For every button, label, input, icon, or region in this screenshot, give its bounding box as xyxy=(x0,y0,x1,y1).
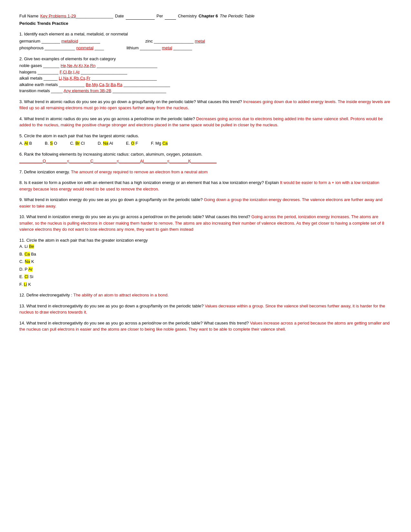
course-label: Chemistry xyxy=(178,13,197,19)
q3-question: 3. What trend in atomic radius do you se… xyxy=(19,99,242,104)
question-6: 6. Rank the following elements by increa… xyxy=(19,151,392,164)
q2-text: 2. Give two examples of elements for eac… xyxy=(19,56,392,62)
q1-lithium-line: lithium _________ metal ________ xyxy=(126,45,192,51)
q8-question: 8. Is it easier to form a positive ion w… xyxy=(19,180,279,185)
q11-f-answer: Li xyxy=(24,282,27,287)
question-9: 9. What trend in ionization energy do yo… xyxy=(19,197,392,209)
per-blank xyxy=(164,13,177,20)
q11-b-answer: Ca xyxy=(24,252,30,256)
q4-question: 4. What trend in atomic radius do you se… xyxy=(19,116,195,121)
q11-e-answer: Cl xyxy=(24,274,28,279)
q1-zinc-line: zinc _________________ metal xyxy=(145,38,205,44)
question-5: 5. Circle the atom in each pair that has… xyxy=(19,133,392,147)
q5-a-answer: Al xyxy=(24,141,28,146)
question-10: 10. What trend in ionization energy do y… xyxy=(19,214,392,233)
q5-a: A. Al B xyxy=(19,140,32,147)
question-11: 11. Circle the atom in each pair that ha… xyxy=(19,237,392,288)
question-14: 14. What trend in electronegativity do y… xyxy=(19,320,392,333)
question-7: 7. Define ionization energy. The amount … xyxy=(19,169,392,175)
q6-text: 6. Rank the following elements by increa… xyxy=(19,151,392,158)
q5-c-answer: Br xyxy=(75,141,80,146)
chapter-bold: Chapter 6 xyxy=(197,13,218,19)
q11-c: C. Na K xyxy=(19,258,392,265)
q14-question: 14. What trend in electronegativity do y… xyxy=(19,321,249,325)
q7-question: 7. Define ionization energy. xyxy=(19,169,70,174)
question-2: 2. Give two examples of elements for eac… xyxy=(19,56,392,94)
name-underline: ________________ xyxy=(76,14,113,18)
question-13: 13. What trend in electronegativity do y… xyxy=(19,303,392,315)
q10-question: 10. What trend in ionization energy do y… xyxy=(19,214,250,219)
question-1: 1. Identify each element as a metal, met… xyxy=(19,31,392,51)
q5-f-answer: Ca xyxy=(162,141,168,146)
q11-e: E. Cl Si xyxy=(19,274,392,280)
header: Full Name Key Problems 1-29_____________… xyxy=(19,13,392,20)
q11-c-answer: Na xyxy=(25,259,30,264)
full-name-label: Full Name xyxy=(19,13,38,19)
q1-phosphorous-line: phosphorous _____________ nonmetal ____ xyxy=(19,45,104,51)
q1-germanium-line: germanium ________ metalloid _________ xyxy=(19,38,100,44)
q13-question: 13. What trend in electronegativity do y… xyxy=(19,304,204,308)
q11-d: D. P Ar xyxy=(19,266,392,273)
q5-d-answer: Na xyxy=(103,141,109,146)
question-4: 4. What trend in atomic radius do you se… xyxy=(19,116,392,128)
q5-f: F. Mg Ca xyxy=(151,140,168,147)
q1-text: 1. Identify each element as a metal, met… xyxy=(19,31,392,37)
q11-a: A. Li Be xyxy=(19,243,392,250)
q11-f: F. Li K xyxy=(19,281,392,288)
q6-answer-line: __________O_________<_________C_________… xyxy=(19,158,392,164)
question-3: 3. What trend in atomic radius do you se… xyxy=(19,99,392,111)
question-8: 8. Is it easier to form a positive ion w… xyxy=(19,179,392,192)
q5-b-answer: S xyxy=(50,141,53,146)
title-italic: The Periodic Table xyxy=(219,13,255,19)
q12-question: 12. Define electronegativity : xyxy=(19,293,72,297)
q5-text: 5. Circle the atom in each pair that has… xyxy=(19,133,392,139)
name-blank: Key Problems 1-29________________ xyxy=(39,13,114,19)
q11-d-answer: Ar xyxy=(28,267,33,272)
q5-e: E. O F xyxy=(126,140,138,147)
q12-answer: The ability of an atom to attract electr… xyxy=(73,293,169,297)
section-title: Periodic Trends Practice xyxy=(19,20,392,27)
q5-d: D. Na Al xyxy=(98,140,113,147)
q9-question: 9. What trend in ionization energy do yo… xyxy=(19,197,203,202)
q5-e-answer: O xyxy=(131,141,134,146)
q11-a-answer: Be xyxy=(29,244,34,249)
q11-text: 11. Circle the atom in each pair that ha… xyxy=(19,237,392,244)
q5-b: B. S O xyxy=(45,140,57,147)
q5-c: C. Br Cl xyxy=(70,140,85,147)
date-blank xyxy=(124,13,156,20)
date-label: Date xyxy=(115,13,124,19)
per-label: Per xyxy=(156,13,163,19)
question-12: 12. Define electronegativity : The abili… xyxy=(19,292,392,298)
q11-b: B. Ca Ba xyxy=(19,251,392,257)
q7-answer: The amount of energy required to remove … xyxy=(71,169,208,174)
key-answer: Key Problems 1-29 xyxy=(40,14,76,18)
